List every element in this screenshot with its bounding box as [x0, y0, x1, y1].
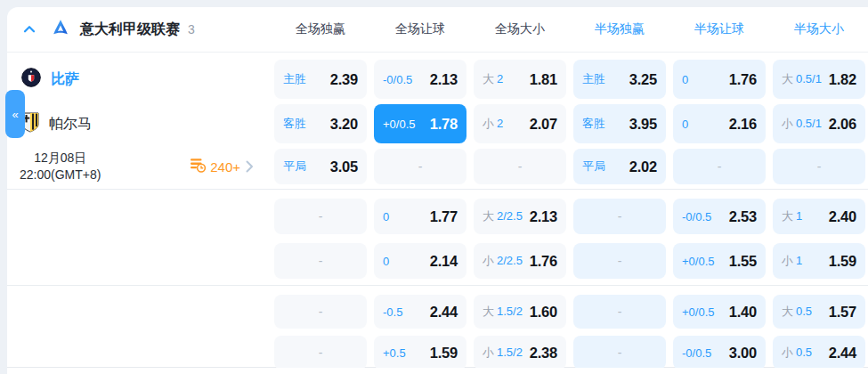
more-markets-link[interactable]: 240+ [189, 156, 254, 177]
odds-cell-ht-under[interactable]: 小11.59 [773, 243, 865, 279]
odds-cell-ft-handicap[interactable]: 02.14 [374, 243, 466, 279]
odds-value: 1.59 [430, 345, 458, 362]
odds-label: 0.5/1 [796, 72, 822, 85]
odds-cell-ft-handicap-away-selected[interactable]: +0/0.51.78 [374, 104, 466, 143]
odds-cell-ft-under[interactable]: 小2/2.51.76 [474, 243, 566, 279]
league-match-count: 3 [188, 22, 195, 37]
odds-value: 2.38 [530, 345, 557, 362]
odds-cell-ft-over[interactable]: 大1.5/21.60 [474, 295, 566, 329]
odds-label: +0.5 [383, 346, 406, 360]
odds-cell-ht-handicap[interactable]: +0/0.51.40 [673, 295, 766, 329]
odds-cell-ht-handicap[interactable]: +0/0.51.55 [673, 243, 766, 279]
odds-label: -0/0.5 [383, 73, 412, 86]
odds-value: 2.16 [729, 116, 757, 133]
odds-cell-ft-handicap-home[interactable]: -0/0.52.13 [374, 60, 466, 99]
odds-label: 2 [497, 117, 503, 130]
odds-value: 1.60 [530, 304, 557, 321]
odds-cell-ft-under[interactable]: 小22.07 [474, 104, 566, 143]
column-header-ht-1x2: 半场独赢 [573, 21, 666, 37]
odds-value: 3.05 [330, 159, 358, 175]
odds-cell-ht-under[interactable]: 小0.52.44 [773, 336, 865, 370]
home-team-logo-icon [21, 68, 41, 91]
odds-value: 2.07 [530, 116, 557, 133]
odds-value: 2.06 [829, 116, 856, 133]
match-datetime: 12月08日 22:00(GMT+8) [20, 150, 101, 183]
odds-cell-ht-away-win[interactable]: 客胜3.95 [573, 104, 666, 143]
odds-line: 小 [782, 253, 793, 269]
odds-cell-ft-over[interactable]: 大2/2.52.13 [474, 199, 566, 234]
collapse-league-button[interactable] [20, 20, 39, 39]
odds-value: 2.44 [430, 304, 458, 321]
odds-cell-ht-draw[interactable]: 平局2.02 [573, 149, 666, 184]
odds-value: 2.44 [829, 345, 856, 362]
odds-cell-empty: - [573, 336, 666, 370]
draw-odds-row: 12月08日 22:00(GMT+8) [7, 149, 868, 184]
odds-label: 1 [796, 254, 802, 267]
odds-label: 0.5 [796, 346, 812, 359]
odds-cell-empty: - [773, 149, 865, 184]
odds-cell-ht-handicap[interactable]: -0/0.52.53 [673, 199, 766, 234]
odds-value: 3.25 [629, 71, 657, 88]
odds-cell-ht-handicap-away[interactable]: 02.16 [673, 104, 766, 143]
away-team[interactable]: 帕尔马 [7, 104, 267, 143]
odds-value: 2.39 [330, 71, 358, 88]
odds-value: 1.76 [729, 71, 757, 88]
odds-cell-ft-handicap[interactable]: 01.77 [374, 199, 466, 234]
odds-label: -0.5 [383, 305, 402, 319]
odds-label: 2/2.5 [497, 209, 523, 223]
odds-line: 小 [483, 345, 494, 361]
home-team-name: 比萨 [51, 70, 79, 89]
odds-value: 2.14 [430, 253, 458, 270]
odds-cell-ft-over[interactable]: 大21.81 [474, 60, 566, 99]
odds-label: 客胜 [283, 116, 306, 132]
odds-line: 大 [483, 304, 494, 320]
column-header-ft-overunder: 全场大小 [474, 21, 566, 37]
markets-count: 240+ [210, 159, 240, 175]
column-header-ht-overunder: 半场大小 [773, 21, 865, 37]
odds-cell-ht-home-win[interactable]: 主胜3.25 [573, 60, 666, 99]
odds-cell-empty: - [573, 295, 666, 329]
odds-cell-ft-under[interactable]: 小1.5/22.38 [474, 336, 566, 370]
odds-cell-empty: - [274, 336, 367, 370]
league-panel: 意大利甲级联赛 3 全场独赢 全场让球 全场大小 半场独赢 半场让球 半场大小 [7, 7, 868, 368]
odds-line: 大 [782, 304, 793, 320]
odds-cell-empty: - [573, 199, 666, 234]
odds-cell-ft-home-win[interactable]: 主胜2.39 [274, 60, 367, 99]
odds-cell-ft-handicap[interactable]: +0.51.59 [374, 336, 466, 370]
serie-a-logo-icon [52, 19, 69, 40]
odds-cell-ft-away-win[interactable]: 客胜3.20 [274, 104, 367, 143]
odds-line: 大 [782, 71, 793, 87]
odds-label: 0 [383, 210, 389, 224]
odds-cell-ht-over[interactable]: 大0.51.57 [773, 295, 865, 329]
odds-label: 0.5 [796, 305, 812, 318]
odds-label: +0/0.5 [383, 118, 416, 131]
odds-label: 0 [383, 255, 389, 268]
alt-odds-row: - +0.51.59 小1.5/22.38 - -0/0.53.00 小0.52… [7, 336, 868, 370]
odds-cell-ft-handicap[interactable]: -0.52.44 [374, 295, 466, 329]
odds-value: 2.40 [829, 208, 856, 225]
odds-cell-empty: - [374, 149, 466, 184]
odds-cell-ht-under[interactable]: 小0.5/12.06 [773, 104, 865, 143]
odds-cell-ht-handicap[interactable]: -0/0.53.00 [673, 336, 766, 370]
odds-line: 大 [483, 208, 494, 224]
odds-label: 0 [682, 118, 688, 131]
markets-icon [189, 156, 207, 177]
odds-label: 主胜 [582, 71, 605, 87]
odds-label: 客胜 [582, 116, 605, 132]
odds-cell-ht-handicap-home[interactable]: 01.76 [673, 60, 766, 99]
odds-value: 1.82 [829, 71, 856, 88]
odds-line: 小 [782, 345, 793, 361]
odds-value: 1.59 [829, 253, 856, 270]
odds-cell-ht-over[interactable]: 大12.40 [773, 199, 865, 234]
away-odds-row: 帕尔马 客胜3.20 +0/0.51.78 小22.07 客胜3.95 02.1… [7, 104, 868, 143]
collapse-sidebar-tab[interactable]: « [5, 90, 25, 138]
match-main-odds-section: 比萨 主胜2.39 -0/0.52.13 大21.81 主胜3.25 01.76… [7, 53, 868, 190]
odds-label: -0/0.5 [682, 346, 711, 360]
odds-cell-ft-draw[interactable]: 平局3.05 [274, 149, 367, 184]
league-title: 意大利甲级联赛 [80, 20, 180, 39]
odds-cell-ht-over[interactable]: 大0.5/11.82 [773, 60, 865, 99]
chevron-up-icon [22, 22, 37, 37]
home-team[interactable]: 比萨 [7, 60, 267, 99]
odds-label: 0 [682, 73, 688, 86]
alt-odds-row: - -0.52.44 大1.5/21.60 - +0/0.51.40 大0.51… [7, 295, 868, 329]
